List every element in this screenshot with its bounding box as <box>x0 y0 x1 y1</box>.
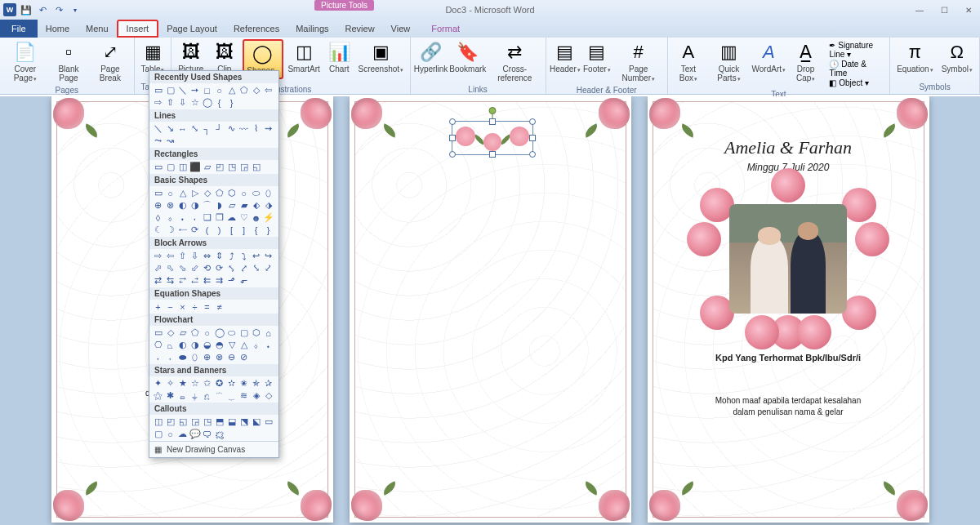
equation-icon: π <box>903 41 926 64</box>
clip-art-icon: 🖼 <box>213 41 236 64</box>
symbol-icon: Ω <box>946 41 969 64</box>
tab-page-layout[interactable]: Page Layout <box>158 20 225 38</box>
smartart-icon: ◫ <box>292 41 315 64</box>
group-links: Links <box>468 84 487 95</box>
page-3[interactable]: Amelia & Farhan Minggu 7 Juli 2020 <box>648 96 929 523</box>
shapes-icon: ◯ <box>252 42 274 65</box>
tab-review[interactable]: Review <box>337 20 383 38</box>
undo-icon[interactable]: ↶ <box>36 3 49 16</box>
rose-decoration <box>582 482 630 521</box>
rotate-handle[interactable] <box>488 107 496 114</box>
resize-handle[interactable] <box>449 151 456 158</box>
dd-section-recent: Recently Used Shapes <box>149 71 278 83</box>
dd-section-arrows: Block Arrows <box>149 237 278 249</box>
hyperlink-button[interactable]: 🔗Hyperlink <box>414 39 448 75</box>
dd-shapes-stars[interactable]: ✦✧★☆✩✪✫✬✯✰⚝✱ ⏛⏚⎌⏞⏟≋◈◇ <box>149 376 278 403</box>
save-icon[interactable]: 💾 <box>20 3 33 16</box>
contextual-tab-label: Picture Tools <box>314 0 374 11</box>
close-button[interactable]: ✕ <box>957 2 980 17</box>
dd-shapes-flowchart[interactable]: ▭◇▱⬠○◯⬭▢⬡⌂⎔⏢ ◐◑◒◓▽△⬨⬩⬪⬫⬬⬯ ⊕⊗⊖⊘ <box>149 326 278 364</box>
drop-cap-button[interactable]: A̲Drop Cap <box>787 39 825 85</box>
equation-button[interactable]: πEquation <box>893 39 936 76</box>
resize-handle[interactable] <box>529 135 536 141</box>
table-icon: ▦ <box>141 41 164 64</box>
dd-section-stars: Stars and Banners <box>149 364 278 376</box>
page-number-icon: # <box>627 41 650 64</box>
resize-handle[interactable] <box>529 118 536 125</box>
date-time-button[interactable]: 🕓 Date & Time <box>829 60 883 78</box>
quick-parts-button[interactable]: ▥Quick Parts <box>707 39 751 85</box>
symbol-button[interactable]: ΩSymbol <box>938 39 976 76</box>
new-drawing-canvas[interactable]: ▦ New Drawing Canvas <box>149 441 278 457</box>
resize-handle[interactable] <box>489 118 496 125</box>
screenshot-button[interactable]: ▣Screenshot <box>355 39 407 76</box>
screenshot-icon: ▣ <box>369 41 392 64</box>
page-number-button[interactable]: #Page Number <box>613 39 664 85</box>
ribbon-tabs: File Home Menu Insert Page Layout Refere… <box>0 20 980 38</box>
selected-image[interactable] <box>452 121 533 155</box>
resize-handle[interactable] <box>449 135 456 141</box>
title-bar: W 💾 ↶ ↷ ▾ Picture Tools Doc3 - Microsoft… <box>0 0 980 20</box>
dd-shapes-rect[interactable]: ▭▢◫⬛▱◰◳◲◱ <box>149 160 278 174</box>
redo-icon[interactable]: ↷ <box>52 3 65 16</box>
resize-handle[interactable] <box>449 118 456 125</box>
page-break-icon: ⤢ <box>99 41 122 64</box>
hyperlink-icon: 🔗 <box>420 41 443 64</box>
group-header-footer: Header & Footer <box>577 85 637 96</box>
dd-shapes-equation[interactable]: +−×÷=≠ <box>149 300 278 314</box>
rose-decoration <box>351 98 399 137</box>
dd-section-flowchart: Flowchart <box>149 314 278 326</box>
bookmark-button[interactable]: 🔖Bookmark <box>449 39 486 75</box>
cross-reference-button[interactable]: ⇄Cross-reference <box>488 39 541 84</box>
wordart-button[interactable]: AWordArt <box>752 39 786 76</box>
dd-shapes-lines[interactable]: ＼↘↔⤡┐┘∿〰⌇⇝⤳↝ <box>149 122 278 148</box>
qat-more-icon[interactable]: ▾ <box>69 3 82 16</box>
blank-page-icon: ▫ <box>57 41 80 64</box>
tab-references[interactable]: References <box>225 20 287 38</box>
dd-shapes-arrows[interactable]: ⇨⇦⇧⇩⇔⇕⤴⤵↩↪⬀⬁ ⬂⬃⟲⟳⤣⤤⤥⤦⇄⇆⥂⥄ ⇇⇉⬏⬐ <box>149 249 278 287</box>
chart-button[interactable]: 📊Chart <box>325 39 354 75</box>
resize-handle[interactable] <box>529 151 536 158</box>
couple-names: Amelia & Farhan <box>724 137 852 158</box>
dd-section-lines: Lines <box>149 109 278 122</box>
header-button[interactable]: ▤Header <box>550 39 581 76</box>
text-box-button[interactable]: AText Box <box>671 39 706 85</box>
tab-home[interactable]: Home <box>38 20 78 38</box>
rose-decoration <box>351 482 399 521</box>
couple-photo <box>729 204 847 314</box>
tab-view[interactable]: View <box>383 20 419 38</box>
tab-file[interactable]: File <box>0 20 38 38</box>
object-button[interactable]: ◧ Object ▾ <box>829 78 883 87</box>
wordart-icon: A <box>757 41 780 64</box>
recipient-caption: Kpd Yang Terhormat Bpk/Ibu/Sdr/i <box>715 353 861 363</box>
page-break-button[interactable]: ⤢Page Break <box>90 39 130 84</box>
garland-image <box>456 127 529 151</box>
dd-shapes-callouts[interactable]: ◫◰◱◲◳⬒⬓⬔⬕▭▢○ ☁💬🗨🗯 <box>149 415 278 441</box>
tab-insert[interactable]: Insert <box>117 20 159 38</box>
dd-section-rect: Rectangles <box>149 148 278 160</box>
quick-parts-icon: ▥ <box>717 41 740 64</box>
dd-section-basic: Basic Shapes <box>149 174 278 186</box>
chart-icon: 📊 <box>327 41 350 64</box>
smartart-button[interactable]: ◫SmartArt <box>285 39 323 75</box>
maximize-button[interactable]: ☐ <box>933 2 956 17</box>
footer-button[interactable]: ▤Footer <box>582 39 612 76</box>
canvas-icon: ▦ <box>154 445 162 454</box>
minimize-button[interactable]: — <box>908 2 931 17</box>
blank-page-button[interactable]: ▫Blank Page <box>49 39 88 84</box>
resize-handle[interactable] <box>489 151 496 158</box>
footer-icon: ▤ <box>586 41 608 64</box>
picture-icon: 🖼 <box>180 41 203 64</box>
dd-shapes-recent[interactable]: ▭▢＼➙□○△⬠◇⇦⇨⇧⇩☆◯{} <box>149 83 278 109</box>
header-icon: ▤ <box>554 41 577 64</box>
tab-mailings[interactable]: Mailings <box>287 20 336 38</box>
page-2[interactable] <box>350 96 631 523</box>
document-canvas[interactable]: dengan Ali Bin Abi Thalib) <box>0 96 980 525</box>
signature-line-button[interactable]: ✒ Signature Line ▾ <box>829 41 883 59</box>
tab-menu[interactable]: Menu <box>78 20 117 38</box>
cover-page-button[interactable]: 📄Cover Page <box>3 39 47 85</box>
tab-format[interactable]: Format <box>423 20 468 38</box>
dd-shapes-basic[interactable]: ▭○△▷◇⬠⬡○⬭⬯⊕⊗ ◐◑⌒◗▱▰⬖⬗◊⬨⬩⬪ ❑❒☁♡☻⚡☾☽⬳⟳ ()[… <box>149 186 278 237</box>
quick-access-toolbar: W 💾 ↶ ↷ ▾ <box>0 3 82 16</box>
bookmark-icon: 🔖 <box>457 41 479 64</box>
